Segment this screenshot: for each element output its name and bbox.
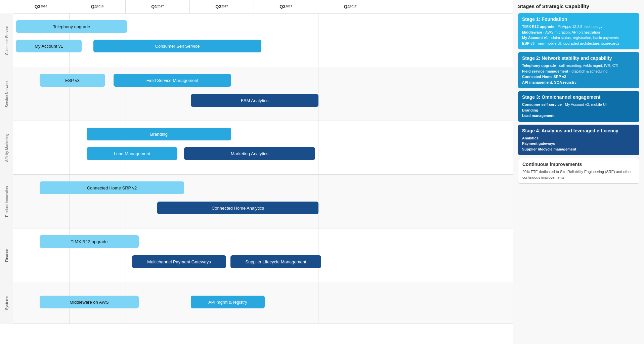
col-q3-2016: Q32016 bbox=[13, 0, 69, 13]
stage3-content: Consumer self-service - My Account v2, m… bbox=[522, 102, 635, 119]
bar-middleware-on-aws: Middleware on AWS bbox=[40, 296, 139, 308]
bar-telephony-upgrade: Telephony upgrade bbox=[16, 20, 127, 33]
bar-marketing-analytics: Marketing Analytics bbox=[184, 147, 315, 160]
stage4-title: Stage 4: Analytics and leveraged efficie… bbox=[522, 128, 635, 133]
label-customer-service: Customer Service bbox=[0, 13, 13, 67]
bar-consumer-self-service: Consumer Self Service bbox=[93, 40, 261, 52]
row-service-network: Service Network ESP v3 Field Service Man… bbox=[0, 67, 513, 121]
stage-card-3: Stage 3: Omnichannel engagement Consumer… bbox=[518, 91, 639, 122]
stage-card-4: Stage 4: Analytics and leveraged efficie… bbox=[518, 125, 639, 156]
row-finance: Finance TIMX R12 upgrade Multichannel Pa… bbox=[0, 228, 513, 282]
stage-card-ci: Continuous improvements 20% FTE dedicate… bbox=[518, 158, 639, 184]
stage4-content: Analytics Payment gateways Supplier life… bbox=[522, 135, 635, 152]
col-q2-2017: Q22017 bbox=[190, 0, 254, 13]
stage-card-2: Stage 2: Network stability and capabilit… bbox=[518, 52, 639, 88]
stage-card-1: Stage 1: Foundation TIMX R12 upgrade - F… bbox=[518, 13, 639, 49]
bar-timx-r12-upgrade: TIMX R12 upgrade bbox=[40, 235, 139, 248]
stage2-title: Stage 2: Network stability and capabilit… bbox=[522, 55, 635, 61]
bar-my-account-v1: My Account v1 bbox=[16, 40, 82, 52]
bar-lead-management: Lead Management bbox=[87, 147, 177, 160]
stage3-title: Stage 3: Omnichannel engagement bbox=[522, 94, 635, 100]
label-product-innovation: Product Innovation bbox=[0, 175, 13, 228]
col-q3-2017: Q32017 bbox=[254, 0, 318, 13]
bar-esp-v3: ESP v3 bbox=[40, 74, 105, 87]
bar-connected-home-analytics: Connected Home Analytics bbox=[157, 202, 318, 214]
stage2-content: Telephony upgrade - call recording, wrkf… bbox=[522, 63, 635, 85]
row-affinity-marketing: Affinity Marketing Branding Lead Managem… bbox=[0, 121, 513, 175]
stage1-content: TIMX R12 upgrade - FinApps 12.2.5, techn… bbox=[522, 24, 635, 46]
bar-api-mgmt-registry: API mgmt & registry bbox=[191, 296, 265, 308]
label-affinity-marketing: Affinity Marketing bbox=[0, 121, 13, 175]
stage1-title: Stage 1: Foundation bbox=[522, 16, 635, 22]
label-systems: Systems bbox=[0, 282, 13, 324]
label-service-network: Service Network bbox=[0, 67, 13, 121]
bar-field-service-management: Field Service Management bbox=[114, 74, 231, 87]
bar-multichannel-payment-gateways: Multichannel Payment Gateways bbox=[132, 255, 226, 268]
col-q1-2017: Q12017 bbox=[126, 0, 190, 13]
stage-ci-content: 20% FTE dedicated to Site Reliability En… bbox=[522, 169, 635, 180]
bar-supplier-lifecycle-management: Supplier Lifecycle Management bbox=[230, 255, 321, 268]
bar-connected-home-srp-v2: Connected Home SRP v2 bbox=[40, 181, 184, 194]
col-q4-2017: Q42017 bbox=[318, 0, 382, 13]
row-customer-service: Customer Service Telephony upgrade My Ac… bbox=[0, 13, 513, 67]
row-systems: Systems Middleware on AWS API mgmt & reg… bbox=[0, 282, 513, 324]
sidebar-title: Stages of Strategic Capability bbox=[518, 3, 639, 9]
row-product-innovation: Product Innovation Connected Home SRP v2… bbox=[0, 175, 513, 228]
bar-fsm-analytics: FSM Analytics bbox=[191, 94, 318, 107]
label-finance: Finance bbox=[0, 228, 13, 282]
stage-ci-title: Continuous improvements bbox=[522, 162, 635, 167]
col-q4-2016: Q42016 bbox=[69, 0, 126, 13]
bar-branding: Branding bbox=[87, 128, 231, 140]
